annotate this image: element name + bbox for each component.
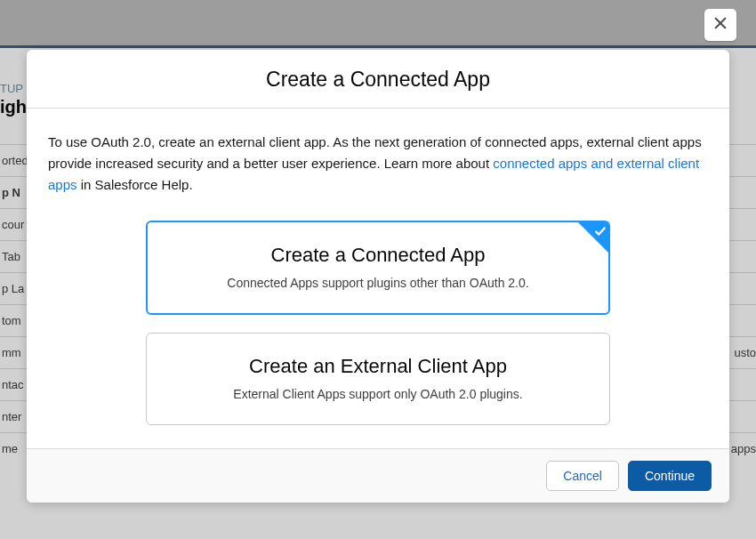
modal-body: To use OAuth 2.0, create an external cli… [27, 109, 729, 448]
create-connected-app-modal: Create a Connected App To use OAuth 2.0,… [27, 50, 729, 503]
option-connected-app[interactable]: Create a Connected AppConnected Apps sup… [146, 221, 610, 315]
cancel-button[interactable]: Cancel [546, 461, 619, 491]
modal-header: Create a Connected App [27, 50, 729, 109]
close-icon [712, 15, 728, 35]
modal-title: Create a Connected App [27, 68, 729, 92]
option-subtitle: Connected Apps support plugins other tha… [165, 276, 591, 290]
continue-button[interactable]: Continue [628, 461, 712, 491]
option-external-client-app[interactable]: Create an External Client AppExternal Cl… [146, 333, 610, 425]
option-subtitle: External Client Apps support only OAuth … [165, 387, 591, 401]
modal-description: To use OAuth 2.0, create an external cli… [48, 132, 708, 196]
option-title: Create an External Client App [165, 355, 591, 378]
selected-indicator [578, 222, 608, 253]
modal-backdrop: Create a Connected App To use OAuth 2.0,… [0, 0, 756, 539]
modal-close-button[interactable] [704, 9, 736, 41]
modal-description-text-post: in Salesforce Help. [77, 177, 193, 192]
modal-footer: Cancel Continue [27, 448, 729, 503]
option-title: Create a Connected App [165, 244, 591, 267]
